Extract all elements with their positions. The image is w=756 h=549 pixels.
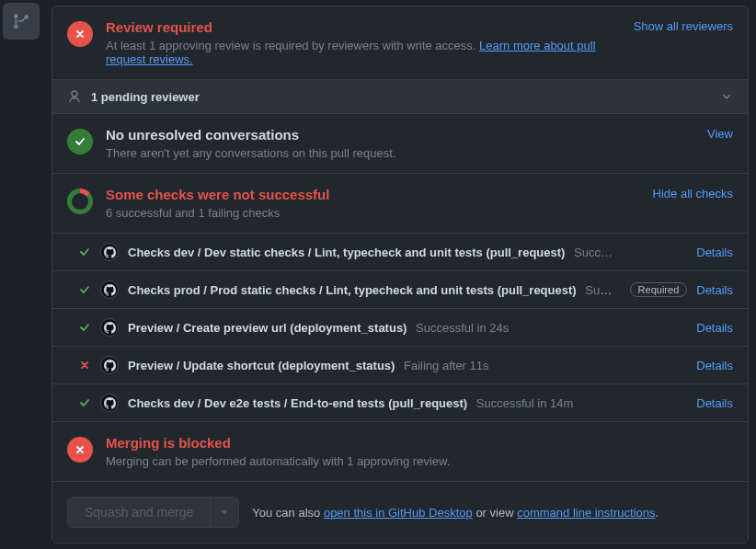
conversations-desc: There aren't yet any conversations on th… [106, 146, 694, 160]
github-avatar-icon [100, 356, 119, 374]
merge-blocked-title: Merging is blocked [106, 435, 733, 451]
x-icon [74, 444, 86, 455]
merge-footer: Squash and merge You can also open this … [52, 482, 748, 543]
github-avatar-icon [100, 394, 119, 412]
check-row: Checks dev / Dev static checks / Lint, t… [52, 233, 748, 270]
pending-reviewer-text: 1 pending reviewer [91, 90, 711, 104]
checks-donut-icon [67, 189, 93, 214]
merge-button-group: Squash and merge [67, 497, 239, 528]
check-details-link[interactable]: Details [696, 246, 733, 259]
triangle-down-icon [220, 508, 229, 517]
merge-dropdown-button[interactable] [211, 498, 238, 527]
check-main: Preview / Create preview url (deployment… [128, 321, 687, 335]
conversations-status-icon [67, 129, 93, 154]
merge-status-icon [67, 437, 93, 463]
show-all-reviewers-link[interactable]: Show all reviewers [634, 19, 733, 33]
open-desktop-link[interactable]: open this in GitHub Desktop [324, 506, 473, 520]
conversations-section: No unresolved conversations There aren't… [52, 114, 748, 174]
check-result: Successful in 14m [473, 396, 573, 410]
check-name: Checks prod / Prod static checks / Lint,… [128, 283, 577, 297]
check-details-link[interactable]: Details [696, 321, 733, 335]
x-icon [74, 29, 86, 40]
check-details-link[interactable]: Details [696, 396, 733, 410]
check-row: Checks dev / Dev e2e tests / End-to-end … [52, 383, 748, 421]
person-icon [67, 89, 82, 104]
git-merge-sidebar-button[interactable] [3, 3, 40, 40]
check-main: Preview / Update shortcut (deployment_st… [128, 359, 687, 372]
review-desc: At least 1 approving review is required … [106, 39, 621, 66]
check-main: Checks prod / Prod static checks / Lint,… [128, 283, 617, 297]
required-badge: Required [630, 282, 688, 297]
merge-blocked-section: Merging is blocked Merging can be perfor… [52, 422, 748, 482]
review-title: Review required [106, 19, 621, 35]
checks-title: Some checks were not successful [106, 187, 640, 202]
check-row: Checks prod / Prod static checks / Lint,… [52, 270, 748, 308]
check-row: Preview / Create preview url (deployment… [52, 308, 748, 346]
check-result: Successful in 24s [412, 321, 509, 335]
check-result: Succ… [570, 246, 613, 259]
check-icon [78, 246, 91, 258]
check-icon [78, 396, 91, 409]
check-icon [78, 321, 91, 334]
squash-merge-button[interactable]: Squash and merge [68, 498, 211, 527]
check-row: Preview / Update shortcut (deployment_st… [52, 346, 748, 383]
github-avatar-icon [100, 243, 119, 261]
check-details-link[interactable]: Details [696, 283, 733, 297]
x-icon [78, 360, 91, 371]
pending-reviewer-row[interactable]: 1 pending reviewer [52, 79, 748, 113]
hide-all-checks-link[interactable]: Hide all checks [653, 187, 733, 200]
footer-text: You can also open this in GitHub Desktop… [252, 506, 659, 520]
merge-blocked-desc: Merging can be performed automatically w… [106, 454, 733, 468]
review-section: Review required At least 1 approving rev… [52, 6, 748, 114]
check-icon [74, 135, 86, 148]
check-name: Preview / Update shortcut (deployment_st… [128, 359, 395, 372]
checks-list: Checks dev / Dev static checks / Lint, t… [52, 233, 748, 421]
review-status-icon [67, 21, 93, 47]
check-icon [78, 283, 91, 296]
github-avatar-icon [100, 280, 119, 299]
view-conversations-link[interactable]: View [707, 127, 733, 141]
merge-status-panel: Review required At least 1 approving rev… [52, 6, 749, 543]
cli-instructions-link[interactable]: command line instructions [517, 506, 655, 520]
check-name: Checks dev / Dev static checks / Lint, t… [128, 246, 565, 259]
check-name: Preview / Create preview url (deployment… [128, 321, 407, 335]
check-main: Checks dev / Dev static checks / Lint, t… [128, 246, 687, 259]
checks-summary: 6 successful and 1 failing checks [106, 206, 640, 220]
checks-section: Some checks were not successful 6 succes… [52, 174, 748, 422]
check-result: Failing after 11s [400, 359, 488, 372]
github-avatar-icon [100, 318, 119, 337]
check-name: Checks dev / Dev e2e tests / End-to-end … [128, 396, 467, 410]
chevron-down-icon [720, 90, 733, 103]
git-merge-icon [13, 13, 29, 29]
check-result: Suc… [582, 283, 617, 297]
conversations-title: No unresolved conversations [106, 127, 694, 143]
check-details-link[interactable]: Details [696, 359, 733, 372]
check-main: Checks dev / Dev e2e tests / End-to-end … [128, 396, 687, 410]
